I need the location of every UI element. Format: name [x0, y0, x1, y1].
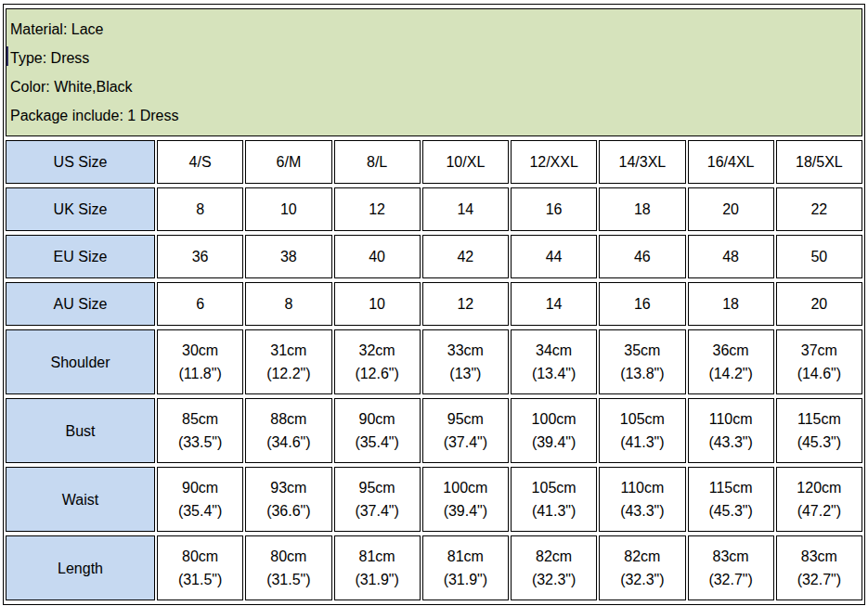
measurement-cell: 34cm (13.4") — [511, 329, 597, 394]
size-cell: 46 — [599, 235, 685, 278]
measurement-cell: 110cm (43.3") — [599, 467, 685, 532]
table-row-uk-size: UK Size 8 10 12 14 16 18 20 22 — [6, 187, 862, 231]
measurement-cell: 115cm (45.3") — [776, 398, 862, 463]
table-row-eu-size: EU Size 36 38 40 42 44 46 48 50 — [6, 235, 862, 278]
row-label-eu-size: EU Size — [6, 235, 155, 278]
text-cursor — [6, 46, 8, 66]
size-cell: 6/M — [245, 140, 331, 184]
table-row-bust: Bust 85cm (33.5") 88cm (34.6") 90cm (35.… — [6, 398, 862, 463]
size-cell: 22 — [776, 187, 862, 231]
measurement-cell: 90cm (35.4") — [157, 467, 243, 532]
size-cell: 12 — [422, 282, 509, 326]
measurement-cell: 88cm (34.6") — [245, 398, 331, 463]
size-cell: 14 — [511, 282, 597, 326]
measurement-cell: 32cm (12.6") — [334, 329, 421, 394]
size-cell: 8/L — [334, 140, 421, 184]
measurement-cell: 81cm (31.9") — [422, 535, 509, 600]
measurement-cell: 80cm (31.5") — [245, 535, 331, 600]
measurement-cell: 100cm (39.4") — [511, 398, 597, 463]
size-cell: 16/4XL — [688, 140, 774, 184]
size-cell: 4/S — [157, 140, 243, 184]
measurement-cell: 81cm (31.9") — [334, 535, 421, 600]
measurement-cell: 36cm (14.2") — [688, 329, 774, 394]
measurement-cell: 80cm (31.5") — [157, 535, 243, 600]
size-cell: 10 — [334, 282, 421, 326]
size-cell: 10 — [245, 187, 331, 231]
size-cell: 42 — [422, 235, 509, 278]
table-row-length: Length 80cm (31.5") 80cm (31.5") 81cm (3… — [6, 535, 862, 600]
size-chart-table: Material: Lace Type: Dress Color: White,… — [3, 4, 865, 605]
row-label-au-size: AU Size — [6, 282, 155, 326]
product-package-line: Package include: 1 Dress — [10, 101, 858, 130]
size-cell: 8 — [245, 282, 331, 326]
size-cell: 40 — [334, 235, 421, 278]
measurement-cell: 82cm (32.3") — [511, 535, 597, 600]
measurement-cell: 115cm (45.3") — [688, 467, 774, 532]
product-info-cell: Material: Lace Type: Dress Color: White,… — [6, 8, 862, 136]
measurement-cell: 120cm (47.2") — [776, 467, 862, 532]
table-row-au-size: AU Size 6 8 10 12 14 16 18 20 — [6, 282, 862, 326]
measurement-cell: 82cm (32.3") — [599, 535, 685, 600]
size-cell: 14 — [422, 187, 509, 231]
size-cell: 18 — [599, 187, 685, 231]
measurement-cell: 83cm (32.7") — [688, 535, 774, 600]
size-cell: 8 — [157, 187, 243, 231]
measurement-cell: 105cm (41.3") — [599, 398, 685, 463]
product-type-line: Type: Dress — [10, 44, 858, 72]
row-label-us-size: US Size — [6, 140, 155, 184]
table-row-waist: Waist 90cm (35.4") 93cm (36.6") 95cm (37… — [6, 467, 862, 532]
measurement-cell: 95cm (37.4") — [334, 467, 421, 532]
size-cell: 14/3XL — [599, 140, 685, 184]
measurement-cell: 95cm (37.4") — [422, 398, 509, 463]
product-color-line: Color: White,Black — [10, 72, 858, 101]
size-cell: 10/XL — [422, 140, 509, 184]
size-cell: 20 — [776, 282, 862, 326]
size-cell: 36 — [157, 235, 243, 278]
measurement-cell: 33cm (13") — [422, 329, 509, 394]
size-cell: 38 — [245, 235, 331, 278]
measurement-cell: 110cm (43.3") — [688, 398, 774, 463]
measurement-cell: 30cm (11.8") — [157, 329, 243, 394]
measurement-cell: 37cm (14.6") — [776, 329, 862, 394]
measurement-cell: 105cm (41.3") — [511, 467, 597, 532]
size-cell: 16 — [599, 282, 685, 326]
size-cell: 20 — [688, 187, 774, 231]
table-row-shoulder: Shoulder 30cm (11.8") 31cm (12.2") 32cm … — [6, 329, 862, 394]
product-material-line: Material: Lace — [10, 15, 858, 44]
row-label-waist: Waist — [6, 467, 155, 532]
size-cell: 48 — [688, 235, 774, 278]
size-cell: 16 — [511, 187, 597, 231]
size-cell: 50 — [776, 235, 862, 278]
measurement-cell: 35cm (13.8") — [599, 329, 685, 394]
measurement-cell: 90cm (35.4") — [334, 398, 421, 463]
size-cell: 6 — [157, 282, 243, 326]
size-cell: 18 — [688, 282, 774, 326]
row-label-bust: Bust — [6, 398, 155, 463]
table-row-us-size: US Size 4/S 6/M 8/L 10/XL 12/XXL 14/3XL … — [6, 140, 862, 184]
size-cell: 44 — [511, 235, 597, 278]
size-cell: 18/5XL — [776, 140, 862, 184]
measurement-cell: 85cm (33.5") — [157, 398, 243, 463]
size-cell: 12/XXL — [511, 140, 597, 184]
measurement-cell: 100cm (39.4") — [422, 467, 509, 532]
product-info-row: Material: Lace Type: Dress Color: White,… — [6, 8, 862, 136]
size-cell: 12 — [334, 187, 421, 231]
measurement-cell: 93cm (36.6") — [245, 467, 331, 532]
row-label-uk-size: UK Size — [6, 187, 155, 231]
measurement-cell: 31cm (12.2") — [245, 329, 331, 394]
row-label-length: Length — [6, 535, 155, 600]
measurement-cell: 83cm (32.7") — [776, 535, 862, 600]
row-label-shoulder: Shoulder — [6, 329, 155, 394]
